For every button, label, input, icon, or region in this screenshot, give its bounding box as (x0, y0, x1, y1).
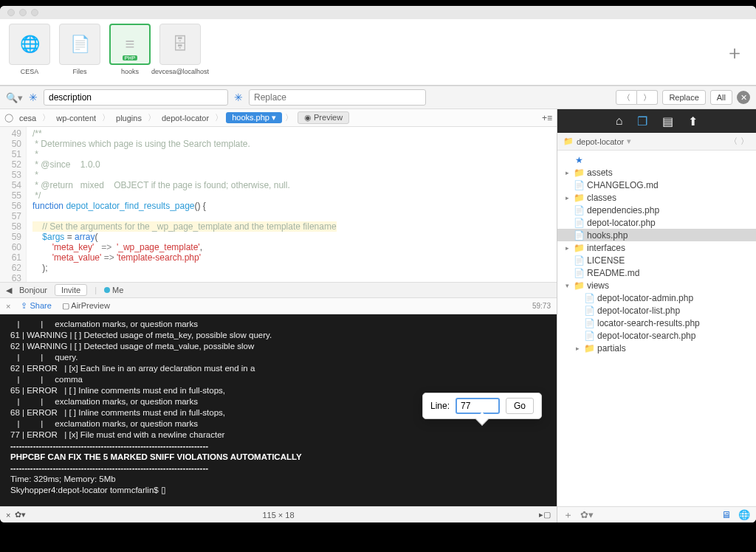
chevron-right-icon: 〉 (215, 112, 223, 123)
local-mode-icon[interactable]: 🖥 (721, 509, 731, 520)
star-icon: ★ (574, 155, 584, 165)
path-breadcrumb: ◯ cesa〉wp-content〉plugins〉depot-locator〉… (0, 109, 557, 127)
breadcrumb-item[interactable]: wp-content (53, 114, 99, 123)
files-icon[interactable]: ❐ (637, 114, 647, 128)
doc-tab[interactable]: 🌐CESA (7, 24, 52, 75)
replace-input[interactable] (249, 89, 426, 106)
tree-label: README.md (587, 268, 639, 278)
invite-button[interactable]: Invite (55, 284, 87, 296)
share-icon: ⇪ (21, 301, 27, 310)
clips-icon[interactable]: ▤ (662, 114, 673, 128)
tree-label: assets (587, 168, 613, 178)
file-icon: 📄 (584, 331, 594, 341)
regex-star-find[interactable]: ✳ (27, 92, 39, 103)
disclosure-icon[interactable]: ▸ (563, 169, 571, 176)
panel-settings-icon[interactable]: ✿▾ (580, 509, 594, 520)
tree-file[interactable]: 📄locator-search-results.php (557, 317, 756, 329)
tree-folder[interactable]: ▸📁classes (557, 191, 756, 204)
traffic-min[interactable] (19, 9, 27, 16)
tree-label: hooks.php (587, 230, 628, 241)
collab-toggle-icon[interactable]: ◀ (6, 286, 12, 295)
doc-tab[interactable]: 📄Files (58, 24, 102, 75)
tree-label: interfaces (587, 243, 625, 253)
share-button[interactable]: ⇪ Share (21, 301, 51, 311)
nav-back-icon[interactable]: ◯ (4, 113, 13, 123)
breadcrumb-item[interactable]: depot-locator (159, 114, 212, 123)
close-sharebar-icon[interactable]: × (6, 302, 10, 311)
breadcrumb-item[interactable]: plugins (113, 114, 145, 123)
file-icon: 📄 (574, 230, 584, 241)
remote-mode-icon[interactable]: 🌐 (738, 509, 750, 520)
tree-folder[interactable]: ▸📁assets (557, 166, 756, 179)
tree-file[interactable]: 📄CHANGELOG.md (557, 179, 756, 191)
traffic-close[interactable] (7, 9, 15, 16)
tree-folder[interactable]: ▸📁interfaces (557, 241, 756, 254)
split-add-icon[interactable]: +≡ (542, 113, 552, 123)
tree-label: CHANGELOG.md (587, 180, 659, 190)
traffic-max[interactable] (31, 9, 38, 16)
search-icon[interactable]: 🔍▾ (6, 92, 23, 103)
tree-folder[interactable]: ▾📁views (557, 279, 756, 291)
file-icon: 📄 (574, 268, 584, 278)
home-icon[interactable]: ⌂ (616, 114, 623, 128)
code-content[interactable]: /** * Determines which page is using the… (27, 127, 337, 282)
publish-icon[interactable]: ⬆ (688, 114, 698, 128)
tree-label: depot-locator-admin.php (597, 293, 693, 303)
find-input[interactable] (44, 89, 228, 106)
find-next-button[interactable]: 〉 (637, 90, 658, 105)
tree-label: partials (597, 343, 626, 353)
tree-file[interactable]: 📄hooks.php (557, 229, 756, 241)
tree-label: depot-locator-search.php (597, 331, 695, 341)
doc-tab[interactable]: 🗄devcesa@localhost (158, 24, 202, 75)
file-icon: 📄 (584, 318, 594, 328)
bonjour-label[interactable]: Bonjour (19, 286, 47, 294)
tree-label: LICENSE (587, 255, 625, 266)
tab-icon: 📄 (59, 24, 100, 65)
tree-file[interactable]: 📄LICENSE (557, 254, 756, 266)
breadcrumb-current[interactable]: hooks.php ▾ (226, 112, 282, 123)
replace-all-button[interactable]: All (710, 90, 732, 105)
code-editor[interactable]: 4950515253545556575859606162636465 /** *… (0, 127, 557, 282)
close-findbar-icon[interactable]: ✕ (737, 91, 750, 104)
find-prev-button[interactable]: 〈 (616, 90, 637, 105)
find-nav: 〈〉 (616, 90, 658, 105)
panel-back-icon[interactable]: 〈 (729, 137, 740, 145)
new-tab-icon[interactable]: ＋ (725, 39, 744, 65)
folder-icon: 📁 (574, 193, 584, 203)
term-expand-icon[interactable]: ▸▢ (539, 510, 551, 520)
tree-file[interactable]: ★ (557, 153, 756, 166)
tree-file[interactable]: 📄depot-locator-list.php (557, 304, 756, 317)
file-tree[interactable]: ★▸📁assets📄CHANGELOG.md▸📁classes📄dependen… (557, 151, 756, 506)
disclosure-icon[interactable]: ▸ (574, 345, 581, 352)
goto-line-input[interactable] (456, 398, 500, 414)
disclosure-icon[interactable]: ▸ (563, 194, 571, 201)
file-icon: 📄 (584, 293, 594, 303)
tree-file[interactable]: 📄depot-locator-search.php (557, 329, 756, 342)
disclosure-icon[interactable]: ▾ (563, 282, 571, 289)
tree-file[interactable]: 📄depot-locator.php (557, 216, 756, 229)
chevron-right-icon: 〉 (148, 112, 156, 123)
tree-file[interactable]: 📄depot-locator-admin.php (557, 291, 756, 304)
tree-file[interactable]: 📄README.md (557, 266, 756, 279)
preview-button[interactable]: ◉ Preview (298, 111, 349, 124)
folder-icon: 📁 (574, 280, 584, 291)
airpreview-button[interactable]: ▢ AirPreview (62, 301, 110, 311)
tree-file[interactable]: 📄dependencies.php (557, 204, 756, 216)
tree-folder[interactable]: ▸📁partials (557, 342, 756, 354)
panel-fwd-icon[interactable]: 〉 (740, 137, 752, 145)
doc-tab[interactable]: ≡PHPhooks (108, 24, 152, 75)
goto-go-button[interactable]: Go (506, 398, 534, 414)
chevron-right-icon: 〉 (42, 112, 50, 123)
term-settings-icon[interactable]: ✿▾ (15, 510, 26, 520)
folder-icon: 📁 (574, 168, 584, 178)
replace-button[interactable]: Replace (662, 90, 705, 105)
disclosure-icon[interactable]: ▸ (563, 244, 571, 252)
terminal-statusbar: × ✿▾ 115 × 18 ▸▢ (0, 506, 557, 522)
panel-footer: ＋ ✿▾ 🖥 🌐 (557, 506, 756, 522)
file-icon: 📄 (584, 306, 594, 316)
breadcrumb-item[interactable]: cesa (16, 114, 39, 123)
panel-breadcrumb[interactable]: 📁 depot-locator ▾ 〈〉 (557, 133, 756, 151)
regex-star-replace[interactable]: ✳ (233, 92, 244, 103)
add-file-icon[interactable]: ＋ (563, 508, 573, 522)
term-close-icon[interactable]: × (6, 511, 10, 520)
